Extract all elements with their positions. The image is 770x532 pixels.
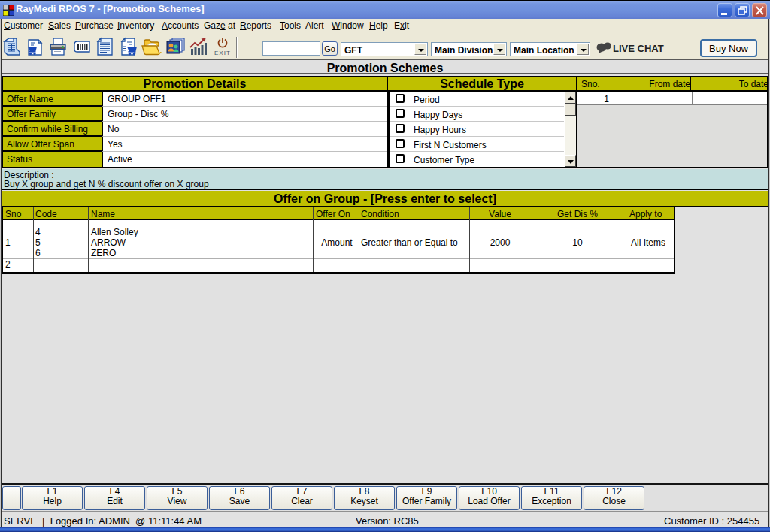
- svg-text:EXIT: EXIT: [214, 50, 231, 56]
